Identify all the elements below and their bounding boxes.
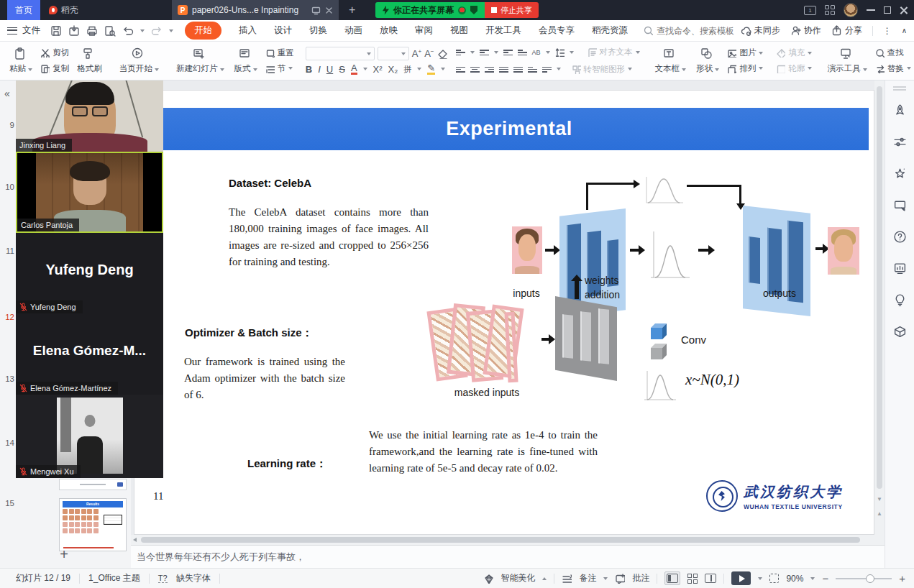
print-icon[interactable] [86, 25, 98, 37]
new-slide-button[interactable]: 新建幻灯片 [171, 44, 229, 78]
line-spacing-icon[interactable] [555, 47, 565, 57]
thumb-number-12-current[interactable]: 12 [0, 313, 14, 321]
highlight-button[interactable]: ✎ [427, 63, 435, 75]
menu-tab-slideshow[interactable]: 放映 [380, 24, 398, 37]
font-size-select[interactable] [378, 47, 409, 60]
play-from-current-button[interactable]: 当页开始 [114, 44, 164, 78]
replace-button[interactable]: 替换 [872, 63, 914, 75]
arrange-button[interactable]: 排列 [724, 63, 766, 75]
menu-tab-review[interactable]: 审阅 [415, 24, 433, 37]
chart-tools-icon[interactable] [893, 262, 907, 277]
quick-tools-rocket-icon[interactable] [893, 104, 907, 119]
superscript-button[interactable]: X² [373, 64, 383, 75]
reset-button[interactable]: 重置 [262, 47, 297, 59]
align-center-button[interactable] [470, 65, 480, 73]
bold-button[interactable]: B [306, 64, 312, 75]
italic-button[interactable]: I [318, 64, 321, 75]
align-right-button[interactable] [485, 65, 494, 73]
horizontal-scrollbar[interactable] [131, 535, 885, 545]
line-height-button[interactable] [542, 65, 552, 73]
tab-docer[interactable]: 稻壳 [40, 0, 87, 20]
find-button[interactable]: 查找 [872, 47, 914, 59]
highlight-caret[interactable] [441, 68, 445, 70]
increase-indent-button[interactable] [518, 48, 527, 56]
previous-slide-button[interactable]: ▼ [876, 496, 883, 503]
participant-tile-mengwei[interactable]: Mengwei Xu [16, 395, 163, 478]
sidebar-drag-handle[interactable] [893, 86, 906, 88]
zoom-out-button[interactable]: − [822, 572, 828, 584]
vertical-scrollbar[interactable]: ▼ ▲ [874, 81, 885, 535]
more-menu-icon[interactable]: ⋮ [883, 26, 892, 36]
user-avatar[interactable] [844, 3, 858, 17]
slide-title-banner[interactable]: Experimental [150, 108, 869, 150]
command-search[interactable] [644, 26, 749, 36]
missing-font-warning[interactable]: 缺失字体 [176, 572, 211, 584]
collapse-rail-icon[interactable]: « [4, 88, 10, 99]
theme-name[interactable]: 1_Office 主题 [88, 572, 140, 584]
menu-tab-start[interactable]: 开始 [185, 22, 221, 40]
shapes-button[interactable]: 形状 [691, 44, 724, 78]
thumb-number-11[interactable]: 11 [0, 247, 14, 255]
quickbar-more-caret[interactable] [169, 29, 173, 32]
subscript-button[interactable]: X₂ [388, 64, 398, 75]
video-conference-panel[interactable]: Jinxing Liang Carlos Pantoja Yufeng Deng… [16, 81, 163, 478]
dataset-body[interactable]: The CelebA dataset contains more than 18… [229, 204, 429, 270]
clear-format-eraser-icon[interactable] [437, 49, 447, 59]
stop-share-button[interactable]: 停止共享 [485, 2, 539, 18]
reading-view-button[interactable] [705, 574, 716, 583]
strikethrough-button[interactable]: S [339, 64, 345, 75]
participant-tile-jinxing[interactable]: Jinxing Liang [16, 81, 163, 152]
learning-rate-heading[interactable]: Learning rate： [247, 457, 326, 471]
zoom-caret[interactable] [810, 577, 815, 580]
thumb-number-15[interactable]: 15 [0, 499, 14, 507]
to-smartart-button[interactable]: 转智能图形 [569, 63, 636, 75]
slide-sorter-view-button[interactable] [687, 574, 698, 584]
minimize-button[interactable] [867, 9, 875, 11]
dataset-heading[interactable]: Dataset: CelebA [229, 177, 311, 189]
slide-12[interactable]: Experimental Dataset: CelebA The CelebA … [134, 91, 874, 534]
menu-tab-transition[interactable]: 切换 [309, 24, 327, 37]
apps-grid-icon[interactable] [825, 5, 835, 15]
participant-tile-elena[interactable]: Elena Gómez-M... Elena Gómez-Martínez [16, 313, 163, 395]
slide-15-thumbnail[interactable]: Results [59, 498, 127, 551]
paragraph-spacing-button[interactable] [528, 65, 537, 73]
beautify-star-icon[interactable] [893, 167, 907, 183]
restore-button[interactable] [884, 6, 891, 14]
decrease-indent-button[interactable] [503, 48, 513, 56]
menu-file[interactable]: 文件 [22, 24, 40, 37]
menu-tab-devtools[interactable]: 开发工具 [485, 24, 521, 37]
copy-button[interactable]: 复制 [37, 63, 72, 75]
menu-tab-insert[interactable]: 插入 [239, 24, 257, 37]
font-color-button[interactable]: A [351, 63, 357, 75]
menu-tab-member[interactable]: 会员专享 [539, 24, 575, 37]
search-input[interactable] [657, 26, 749, 36]
smart-beautify-button[interactable]: 智能美化 [501, 572, 535, 584]
properties-sliders-icon[interactable] [893, 135, 907, 151]
speaker-notes-text[interactable]: 当今世界每年还有不少人死于列车事故， [137, 551, 305, 564]
font-color-caret[interactable] [363, 68, 367, 70]
speaker-notes-bar[interactable]: 当今世界每年还有不少人死于列车事故， [131, 545, 914, 568]
vertical-scroll-thumb[interactable] [877, 86, 882, 489]
format-painter-button[interactable]: 格式刷 [72, 44, 107, 78]
participant-tile-yufeng[interactable]: Yufeng Deng Yufeng Deng [16, 233, 163, 313]
present-monitor-icon[interactable] [311, 6, 321, 15]
menu-tab-design[interactable]: 设计 [274, 24, 292, 37]
pinyin-guide-button[interactable]: 拼 [403, 64, 411, 75]
redo-icon[interactable] [151, 25, 163, 37]
collaborate-button[interactable]: 协作 [790, 24, 821, 37]
tab-home[interactable]: 首页 [7, 0, 40, 20]
hamburger-menu-icon[interactable] [7, 27, 17, 35]
paste-button[interactable]: 粘贴 [4, 44, 37, 78]
optimizer-heading[interactable]: Optimizer & Batch size： [185, 326, 313, 340]
slideshow-play-button[interactable] [731, 571, 751, 585]
horizontal-scroll-thumb[interactable] [141, 537, 860, 543]
zoom-slider-knob[interactable] [866, 574, 874, 583]
notes-toggle-button[interactable]: 备注 [579, 572, 596, 584]
scroll-left-arrow[interactable] [133, 538, 137, 542]
zoom-slider[interactable] [836, 578, 892, 579]
align-left-button[interactable] [456, 65, 465, 73]
help-icon[interactable] [893, 230, 907, 246]
cut-button[interactable]: 剪切 [37, 47, 72, 59]
menu-tab-view[interactable]: 视图 [450, 24, 468, 37]
next-slide-button[interactable]: ▲ [876, 510, 883, 518]
